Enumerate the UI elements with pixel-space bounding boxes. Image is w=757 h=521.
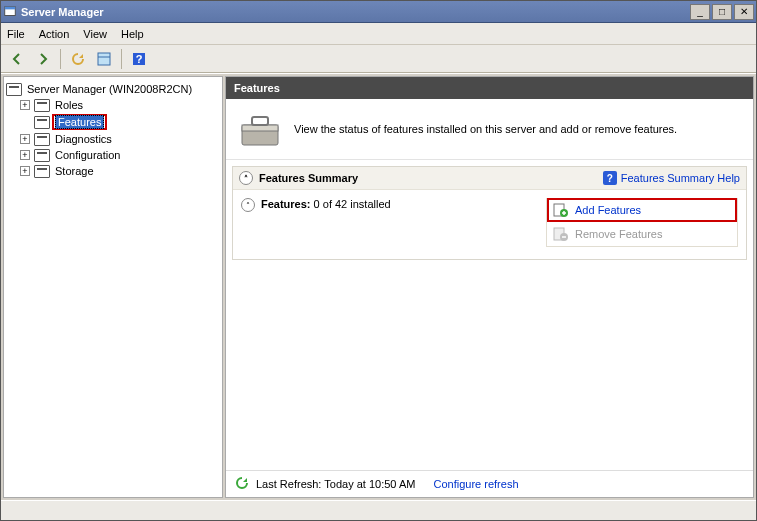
- svg-rect-2: [98, 53, 110, 65]
- main-area: Server Manager (WIN2008R2CN) + Roles Fea…: [1, 73, 756, 500]
- tree-features-highlight: Features: [52, 114, 107, 130]
- status-gap: [421, 478, 427, 490]
- toolbox-icon: [238, 109, 282, 149]
- back-button[interactable]: [5, 48, 29, 70]
- tree-diagnostics[interactable]: + Diagnostics: [20, 131, 220, 147]
- summary-help-label: Features Summary Help: [621, 172, 740, 184]
- expand-icon[interactable]: +: [20, 100, 30, 110]
- tree-configuration-label: Configuration: [52, 148, 123, 162]
- help-button[interactable]: ?: [127, 48, 151, 70]
- window-title: Server Manager: [21, 6, 104, 18]
- remove-icon: [553, 226, 569, 242]
- svg-text:?: ?: [136, 53, 143, 65]
- refresh-icon: [234, 475, 250, 493]
- features-summary-section: ˄ Features Summary ? Features Summary He…: [232, 166, 747, 260]
- svg-rect-1: [5, 6, 16, 9]
- collapse-icon[interactable]: ˄: [241, 198, 255, 212]
- menu-view[interactable]: View: [83, 28, 107, 40]
- expand-icon[interactable]: +: [20, 166, 30, 176]
- features-status: 0 of 42 installed: [314, 198, 391, 210]
- forward-button[interactable]: [31, 48, 55, 70]
- tree-configuration[interactable]: + Configuration: [20, 147, 220, 163]
- tree-storage[interactable]: + Storage: [20, 163, 220, 179]
- diagnostics-icon: [34, 133, 50, 146]
- tree-diagnostics-label: Diagnostics: [52, 132, 115, 146]
- tree-roles-label: Roles: [52, 98, 86, 112]
- menu-bar: File Action View Help: [1, 23, 756, 45]
- tree-features[interactable]: Features: [20, 113, 220, 131]
- add-features-label: Add Features: [575, 204, 641, 216]
- features-label: Features:: [261, 198, 311, 210]
- collapse-icon[interactable]: ˄: [239, 171, 253, 185]
- summary-help-link[interactable]: ? Features Summary Help: [603, 171, 740, 185]
- toolbar-separator: [60, 49, 61, 69]
- remove-features-link: Remove Features: [547, 222, 737, 246]
- server-icon: [6, 83, 22, 96]
- refresh-button[interactable]: [66, 48, 90, 70]
- toolbar: ?: [1, 45, 756, 73]
- roles-icon: [34, 99, 50, 112]
- app-icon: [3, 5, 17, 19]
- toolbar-separator: [121, 49, 122, 69]
- tree-features-label: Features: [55, 115, 104, 129]
- svg-rect-8: [252, 117, 268, 125]
- details-pane: Features View the status of features ins…: [225, 76, 754, 498]
- menu-file[interactable]: File: [7, 28, 25, 40]
- properties-button[interactable]: [92, 48, 116, 70]
- summary-title: Features Summary: [259, 172, 358, 184]
- add-features-link[interactable]: Add Features: [547, 198, 737, 222]
- tree-storage-label: Storage: [52, 164, 97, 178]
- window-footer: [1, 500, 756, 520]
- tree-view[interactable]: Server Manager (WIN2008R2CN) + Roles Fea…: [3, 76, 223, 498]
- status-bar: Last Refresh: Today at 10:50 AM Configur…: [226, 470, 753, 497]
- minimize-button[interactable]: _: [690, 4, 710, 20]
- add-icon: [553, 202, 569, 218]
- feature-banner: View the status of features installed on…: [226, 99, 753, 160]
- titlebar: Server Manager _ □ ✕: [1, 1, 756, 23]
- expand-icon[interactable]: +: [20, 150, 30, 160]
- menu-help[interactable]: Help: [121, 28, 144, 40]
- tree-roles[interactable]: + Roles: [20, 97, 220, 113]
- pane-header: Features: [226, 77, 753, 99]
- menu-action[interactable]: Action: [39, 28, 70, 40]
- help-icon: ?: [603, 171, 617, 185]
- expand-icon[interactable]: +: [20, 134, 30, 144]
- close-button[interactable]: ✕: [734, 4, 754, 20]
- remove-features-label: Remove Features: [575, 228, 662, 240]
- last-refresh-text: Last Refresh: Today at 10:50 AM: [256, 478, 415, 490]
- configure-refresh-link[interactable]: Configure refresh: [434, 478, 519, 490]
- banner-text: View the status of features installed on…: [294, 123, 741, 135]
- tree-root-label: Server Manager (WIN2008R2CN): [24, 82, 195, 96]
- maximize-button[interactable]: □: [712, 4, 732, 20]
- features-icon: [34, 116, 50, 129]
- tree-root[interactable]: Server Manager (WIN2008R2CN): [6, 81, 220, 97]
- configuration-icon: [34, 149, 50, 162]
- storage-icon: [34, 165, 50, 178]
